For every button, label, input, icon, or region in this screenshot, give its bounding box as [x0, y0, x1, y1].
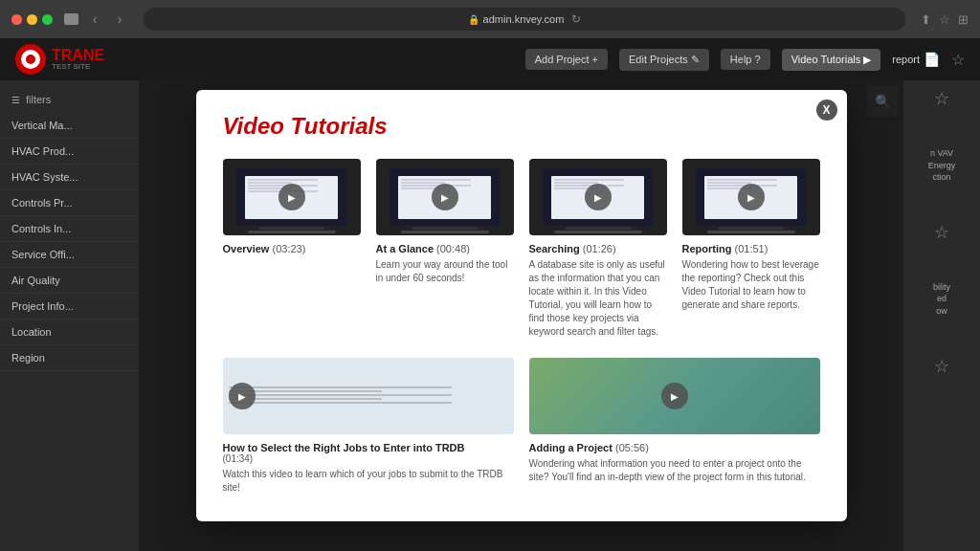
video-desc-searching: A database site is only as useful as the… [529, 258, 667, 339]
help-button[interactable]: Help ? [721, 49, 770, 70]
screen-line [707, 179, 778, 181]
right-content-text-2: bility ed ow [933, 281, 950, 318]
logo-area: TRANE TEST SITE [15, 44, 104, 75]
screen-line [401, 179, 472, 181]
modal-close-button[interactable]: X [816, 99, 837, 121]
right-star-icon-1[interactable]: ☆ [934, 88, 949, 109]
modal-overlay: X Video Tutorials [139, 80, 903, 551]
video-card-overview[interactable]: ▶ Overview (03:23) [223, 159, 361, 339]
video-desc-adding-project: Wondering what information you need to e… [529, 457, 820, 484]
video-thumbnail-overview[interactable]: ▶ [223, 159, 361, 235]
forward-button[interactable]: › [111, 11, 128, 28]
video-thumbnail-reporting[interactable]: ▶ [682, 159, 820, 235]
video-tutorials-modal: X Video Tutorials [196, 90, 847, 521]
content-area: 🔍 X Video Tutorials [139, 80, 903, 551]
video-thumbnail-adding-project[interactable]: ▶ [529, 358, 820, 434]
main-layout: ☰ filters Vertical Ma... HVAC Prod... HV… [0, 80, 980, 551]
sidebar-item-service-offerings[interactable]: Service Offi... [0, 242, 139, 268]
address-text: admin.knvey.com [483, 13, 565, 25]
video-title-at-a-glance: At a Glance (00:48) [376, 243, 514, 254]
video-desc-reporting: Wondering how to best leverage the repor… [682, 258, 820, 312]
filter-header: ☰ filters [0, 90, 139, 113]
screen-line [248, 182, 292, 184]
sidebar-toggle-icon[interactable]: ⊞ [958, 12, 969, 27]
video-title-reporting: Reporting (01:51) [682, 243, 820, 254]
video-card-select-jobs[interactable]: ▶ How to Select the Right Jobs to Enter … [223, 358, 514, 495]
video-tutorials-button[interactable]: Video Tutorials ▶ [782, 49, 881, 71]
sidebar-item-hvac-products[interactable]: HVAC Prod... [0, 139, 139, 165]
doc-line [229, 394, 453, 396]
video-card-adding-project[interactable]: ▶ Adding a Project (05:56) Wondering wha… [529, 358, 820, 495]
brand-name: TRANE [52, 48, 104, 63]
video-title-searching: Searching (01:26) [529, 243, 667, 254]
logo-text: TRANE TEST SITE [52, 48, 104, 71]
doc-line [229, 386, 453, 388]
sidebar: ☰ filters Vertical Ma... HVAC Prod... HV… [0, 80, 139, 551]
sidebar-item-region[interactable]: Region [0, 345, 139, 371]
video-thumbnail-select-jobs[interactable]: ▶ [223, 358, 514, 434]
play-button-overview[interactable]: ▶ [278, 184, 305, 210]
sidebar-item-project-info[interactable]: Project Info... [0, 294, 139, 320]
video-card-reporting[interactable]: ▶ Reporting (01:51) Wondering how to bes… [682, 159, 820, 339]
screen-line [554, 182, 598, 184]
play-button-searching[interactable]: ▶ [585, 184, 612, 210]
maximize-window-btn[interactable] [42, 14, 53, 25]
modal-title: Video Tutorials [223, 113, 820, 140]
filter-label: filters [26, 94, 51, 105]
back-button[interactable]: ‹ [86, 11, 103, 28]
logo-circle [15, 44, 46, 75]
right-content-text-1: n VAV Energy ction [928, 147, 956, 184]
play-button-select-jobs[interactable]: ▶ [229, 383, 256, 409]
video-desc-at-a-glance: Learn your way around the tool in under … [376, 258, 514, 285]
minimize-window-btn[interactable] [27, 14, 37, 25]
bookmark-icon[interactable]: ☆ [939, 12, 950, 27]
video-title-overview: Overview (03:23) [223, 243, 361, 254]
video-thumbnail-at-a-glance[interactable]: ▶ [376, 159, 514, 235]
right-sidebar: ☆ n VAV Energy ction ☆ bility ed ow ☆ [903, 80, 980, 551]
lock-icon: 🔒 [468, 14, 479, 25]
app-container: TRANE TEST SITE Add Project + Edit Proje… [0, 38, 980, 551]
traffic-lights [11, 14, 53, 25]
video-card-at-a-glance[interactable]: ▶ At a Glance (00:48) Learn your way aro… [376, 159, 514, 339]
screen-line [554, 179, 625, 181]
screen-line [401, 182, 445, 184]
right-star-icon-3[interactable]: ☆ [934, 356, 949, 377]
window-icon [64, 13, 78, 25]
report-area: report 📄 [892, 52, 940, 67]
video-desc-select-jobs: Watch this video to learn which of your … [223, 468, 514, 495]
report-icon: 📄 [924, 52, 940, 67]
edit-projects-button[interactable]: Edit Projects ✎ [619, 49, 709, 71]
play-button-adding-project[interactable]: ▶ [661, 383, 688, 409]
video-thumbnail-searching[interactable]: ▶ [529, 159, 667, 235]
site-name: TEST SITE [52, 63, 104, 71]
play-button-reporting[interactable]: ▶ [738, 184, 765, 210]
report-label: report [892, 54, 920, 65]
video-card-searching[interactable]: ▶ Searching (01:26) A database site is o… [529, 159, 667, 339]
play-button-at-a-glance[interactable]: ▶ [432, 184, 458, 210]
logo-inner [21, 50, 40, 69]
filter-icon: ☰ [11, 95, 20, 105]
screen-line [248, 179, 319, 181]
screen-line [707, 182, 751, 184]
sidebar-item-vertical-markets[interactable]: Vertical Ma... [0, 113, 139, 139]
browser-chrome: ‹ › 🔒 admin.knvey.com ↻ ⬆ ☆ ⊞ [0, 0, 980, 38]
video-title-adding-project: Adding a Project (05:56) [529, 442, 820, 453]
sidebar-item-air-quality[interactable]: Air Quality [0, 268, 139, 294]
sidebar-item-location[interactable]: Location [0, 320, 139, 345]
close-window-btn[interactable] [11, 14, 22, 25]
favorite-star-icon[interactable]: ☆ [951, 51, 965, 69]
doc-line [229, 402, 453, 404]
refresh-icon: ↻ [571, 12, 581, 26]
video-title-select-jobs: How to Select the Right Jobs to Enter in… [223, 442, 514, 464]
right-star-icon-2[interactable]: ☆ [934, 222, 949, 243]
sidebar-item-hvac-systems[interactable]: HVAC Syste... [0, 165, 139, 190]
logo-center [26, 55, 35, 64]
top-nav: TRANE TEST SITE Add Project + Edit Proje… [0, 38, 980, 80]
sidebar-item-controls-integration[interactable]: Controls In... [0, 216, 139, 242]
video-grid-row2: ▶ How to Select the Right Jobs to Enter … [223, 358, 820, 495]
add-project-button[interactable]: Add Project + [525, 49, 608, 70]
address-bar[interactable]: 🔒 admin.knvey.com ↻ [144, 8, 905, 31]
sidebar-item-controls-products[interactable]: Controls Pr... [0, 190, 139, 216]
share-icon[interactable]: ⬆ [921, 12, 931, 27]
video-grid-row1: ▶ Overview (03:23) [223, 159, 820, 339]
